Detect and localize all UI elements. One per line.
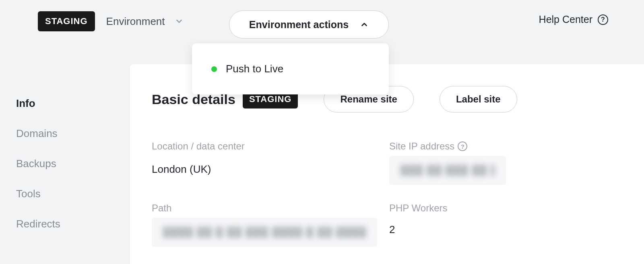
field-site-ip: Site IP address ? ███ ██ ███ ██ ███ ██ [389, 141, 622, 185]
field-label-site-ip: Site IP address ? [389, 141, 622, 152]
sidebar: Info Domains Backups Tools Redirects [0, 64, 130, 264]
field-label-php-workers: PHP Workers [389, 203, 622, 214]
chevron-down-icon [175, 17, 184, 26]
redacted-text: ███ ██ ███ ██ ███ ██ [400, 165, 495, 176]
chevron-up-icon [360, 20, 369, 29]
field-path: Path ████ ██ █ ██ ███ ████ █ ██ █████ ██… [152, 203, 381, 247]
sidebar-item-info[interactable]: Info [16, 88, 114, 119]
help-center-link[interactable]: Help Center ? [539, 14, 609, 25]
help-icon: ? [597, 14, 609, 25]
topbar-left: STAGING Environment [38, 11, 184, 31]
sidebar-item-tools[interactable]: Tools [16, 179, 114, 209]
environment-badge: STAGING [38, 11, 95, 31]
dropdown-item-label: Push to Live [226, 63, 283, 75]
topbar: STAGING Environment Environment actions … [0, 0, 644, 64]
environment-actions-label: Environment actions [249, 19, 349, 31]
environment-select[interactable]: Environment [106, 15, 184, 28]
field-location: Location / data center London (UK) [152, 141, 381, 185]
dropdown-item-push-to-live[interactable]: Push to Live [192, 59, 389, 78]
sidebar-item-domains[interactable]: Domains [16, 119, 114, 149]
status-dot-icon [211, 66, 217, 72]
help-center-label: Help Center [539, 14, 592, 25]
field-value-location: London (UK) [152, 163, 381, 176]
environment-select-label: Environment [106, 15, 165, 28]
help-icon[interactable]: ? [458, 141, 467, 151]
environment-actions-button[interactable]: Environment actions [229, 10, 389, 39]
environment-actions-dropdown: Push to Live [192, 43, 389, 94]
field-value-path: ████ ██ █ ██ ███ ████ █ ██ █████ ███ ███… [152, 218, 377, 247]
details-grid: Location / data center London (UK) Site … [152, 141, 622, 247]
field-label-path: Path [152, 203, 381, 214]
actions-dropdown-wrapper: Environment actions Push to Live [229, 10, 389, 39]
field-value-site-ip: ███ ██ ███ ██ ███ ██ [389, 156, 506, 185]
sidebar-item-backups[interactable]: Backups [16, 149, 114, 179]
field-label-site-ip-text: Site IP address [389, 141, 454, 152]
field-php-workers: PHP Workers 2 [389, 203, 622, 247]
field-value-php-workers: 2 [389, 223, 622, 236]
sidebar-item-redirects[interactable]: Redirects [16, 209, 114, 239]
field-label-location: Location / data center [152, 141, 381, 152]
label-site-button[interactable]: Label site [440, 86, 517, 113]
redacted-text: ████ ██ █ ██ ███ ████ █ ██ █████ ███ ███… [163, 227, 366, 238]
